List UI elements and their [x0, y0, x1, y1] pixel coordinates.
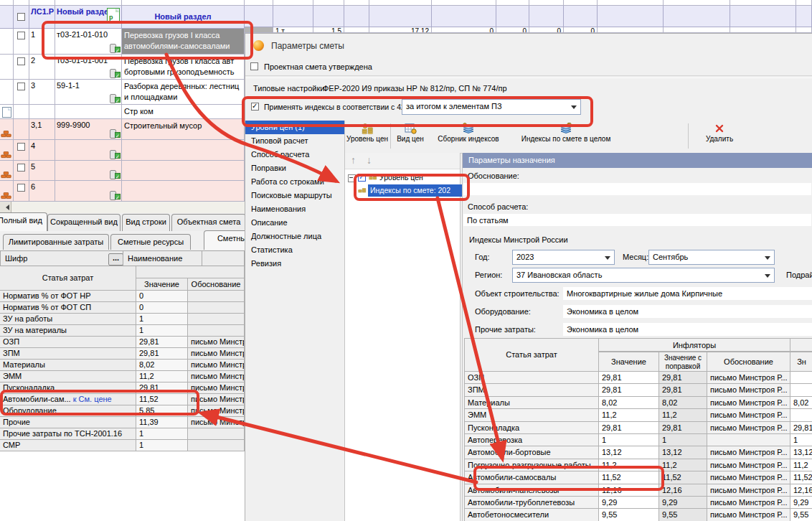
grid-cell[interactable]: 1,5	[313, 27, 344, 33]
row-code-cell[interactable]	[55, 140, 122, 161]
inflator-corrected[interactable]: 12,16	[659, 484, 707, 497]
price-link[interactable]: к См. цене	[71, 395, 112, 403]
cost-row-article[interactable]: ОЗП	[0, 337, 136, 348]
nav-item-8[interactable]: Описание	[245, 216, 344, 230]
tree-expander-icon[interactable]	[348, 174, 356, 182]
inflator-corrected[interactable]: 9,29	[659, 497, 707, 509]
row-number-cell[interactable]: 3,1	[29, 119, 55, 140]
cost-row-value[interactable]: 29,81	[136, 382, 188, 394]
grid-cell[interactable]	[730, 27, 796, 33]
inflator-corrected[interactable]: 9,55	[659, 509, 707, 521]
inflator-corrected[interactable]: 11,2	[659, 409, 707, 421]
grid-cell[interactable]: 1 т	[273, 27, 313, 33]
row-name-cell[interactable]: Перевозка грузов I класса автомобилями-с…	[122, 29, 245, 55]
nav-item-1[interactable]: Уровни цен (1)	[245, 121, 344, 134]
approved-checkbox[interactable]	[250, 62, 258, 70]
inflator-value[interactable]: 9,29	[599, 497, 659, 509]
inflator-article[interactable]: Автоперевозка	[464, 434, 599, 446]
section-tab-2[interactable]: Сметные ресурсы	[110, 234, 191, 250]
inflator-corrected[interactable]: 8,02	[659, 397, 707, 409]
cost-row-value[interactable]: 0	[136, 291, 188, 302]
horizontal-scrollbar[interactable]	[0, 202, 245, 213]
toolbar-button-2[interactable]: Вид цен	[392, 122, 428, 151]
cost-row-article[interactable]: Материалы	[0, 360, 136, 371]
cost-row-article[interactable]: Норматив % от ФОТ СП	[0, 302, 136, 314]
inflator-value[interactable]: 12,16	[599, 484, 659, 497]
view-tab-4[interactable]: Объектная смета	[171, 214, 246, 231]
nav-item-9[interactable]: Должностные лица	[245, 230, 344, 243]
nav-item-3[interactable]: Способ расчета	[245, 148, 344, 161]
cost-row-value[interactable]: 5,85	[136, 405, 188, 417]
row-code-cell[interactable]: т03-01-01-001	[55, 55, 122, 80]
scroll-left-button[interactable]	[0, 202, 11, 213]
inflator-article[interactable]: Автомобили-панелевозы	[464, 484, 599, 497]
section-tab-1[interactable]: Лимитированные затраты	[3, 234, 109, 250]
tree-root-checkbox[interactable]	[358, 174, 366, 182]
tree-root-item[interactable]: Уровень цен	[379, 172, 423, 183]
row-number-cell[interactable]	[29, 105, 55, 119]
nav-item-7[interactable]: Наименования	[245, 202, 344, 216]
nav-item-11[interactable]: Ревизия	[245, 257, 344, 271]
inflator-value[interactable]: 11,2	[599, 409, 659, 421]
row-number-cell[interactable]: 1	[29, 29, 55, 55]
row-name-cell[interactable]: Строительный мусор	[122, 119, 245, 140]
toolbar-button-1[interactable]: Уровень цен	[346, 122, 389, 151]
cost-row-article[interactable]: ЗУ на материалы	[0, 325, 136, 337]
inflator-corrected[interactable]: 1	[659, 434, 707, 446]
year-dropdown[interactable]: 2023	[512, 250, 615, 265]
cost-row-value[interactable]: 11,39	[136, 417, 188, 428]
month-dropdown[interactable]: Сентябрь	[648, 250, 775, 265]
grid-cell[interactable]	[245, 27, 273, 33]
cost-row-value[interactable]: 11,2	[136, 371, 188, 382]
row-name-cell[interactable]: Перевозка грузов I класса авт бортовыми …	[122, 55, 245, 80]
inflator-article[interactable]: Пусконаладка	[464, 422, 599, 434]
cost-row-article[interactable]: Прочие затраты по ТСН-2001.16	[0, 428, 136, 440]
row-checkbox[interactable]	[17, 83, 25, 90]
column-header-name[interactable]: Наименование	[123, 250, 202, 266]
inflator-article[interactable]: Автомобили-бортовые	[464, 446, 599, 459]
tree-child-item-indices[interactable]: Индексы по смете: 202	[368, 184, 463, 197]
toolbar-button-3[interactable]: Сборник индексов	[430, 122, 507, 151]
row-number-cell[interactable]: 5	[29, 161, 55, 181]
grid-cell[interactable]: 0	[564, 27, 598, 33]
inflator-value[interactable]: 1	[599, 434, 659, 446]
row-number-cell[interactable]: 4	[29, 140, 55, 161]
nav-item-2[interactable]: Типовой расчет	[245, 134, 344, 148]
grid-cell[interactable]	[598, 27, 664, 33]
row-checkbox[interactable]	[17, 57, 25, 65]
select-all-checkbox[interactable]	[17, 13, 25, 21]
row-code-cell[interactable]	[55, 105, 122, 119]
grid-cell[interactable]	[796, 27, 812, 33]
row-checkbox[interactable]	[17, 143, 25, 151]
row-code-cell[interactable]: т03-21-01-010	[55, 29, 122, 55]
inflator-corrected[interactable]: 11,52	[659, 471, 707, 484]
cost-row-value[interactable]: 29,81	[136, 337, 188, 348]
grid-cell[interactable]: 0	[496, 27, 529, 33]
inflator-corrected[interactable]: 29,81	[659, 372, 707, 384]
cost-row-value[interactable]: 1	[136, 440, 188, 451]
inflator-article[interactable]: Автомобили-самосвалы	[464, 471, 599, 484]
nav-item-10[interactable]: Статистика	[245, 243, 344, 257]
row-name-cell[interactable]: Разборка деревянных: лестниц и площадкам…	[122, 80, 245, 105]
cost-row-value[interactable]: 0	[136, 302, 188, 314]
inflator-value[interactable]: 29,81	[599, 422, 659, 434]
inflator-article[interactable]: ОЗП	[464, 372, 599, 384]
row-checkbox[interactable]	[17, 164, 25, 172]
row-number-cell[interactable]: 6	[29, 181, 55, 202]
inflator-article[interactable]: Автомобили-трубоплетевозы	[464, 497, 599, 509]
inflator-article[interactable]: Автобетоносмесители	[464, 509, 599, 521]
column-header-shifr[interactable]: Шифр ...	[0, 250, 123, 266]
nav-item-6[interactable]: Поисковые маршруты	[245, 189, 344, 202]
inflator-value[interactable]: 29,81	[599, 372, 659, 384]
row-code-cell[interactable]: 59-1-1	[55, 80, 122, 105]
object-value-field[interactable]: Многоквартирные жилые дома Кирпичные	[563, 287, 812, 300]
cost-row-article[interactable]: СМР	[0, 440, 136, 451]
inflator-corrected[interactable]: 11,2	[659, 459, 707, 471]
row-code-cell[interactable]: 999-9900	[55, 119, 122, 140]
cost-row-value[interactable]: 1	[136, 428, 188, 440]
inflator-article[interactable]: ЗПМ	[464, 384, 599, 396]
inflator-value[interactable]: 11,2	[599, 459, 659, 471]
grid-cell[interactable]	[344, 27, 369, 33]
nav-item-4[interactable]: Поправки	[245, 161, 344, 175]
grid-cell[interactable]	[664, 27, 730, 33]
